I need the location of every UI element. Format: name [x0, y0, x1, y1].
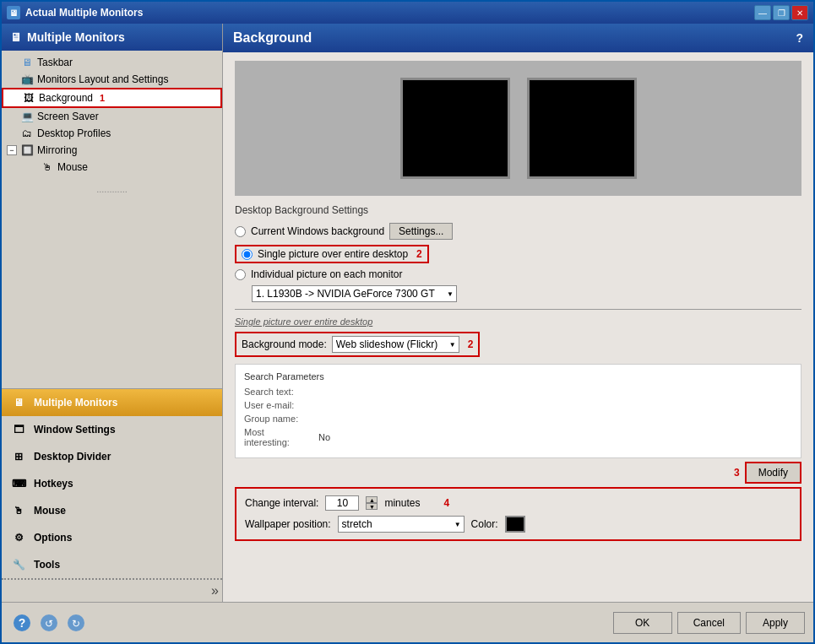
tools-nav-icon: 🔧 — [10, 556, 27, 573]
sidebar: 🖥 Multiple Monitors 🖥 Taskbar 📺 Monitors… — [2, 24, 223, 602]
screen-saver-label: Screen Saver — [37, 111, 99, 122]
search-email-label: User e-mail: — [244, 400, 312, 410]
expand-arrow-icon[interactable]: » — [211, 583, 219, 598]
nav-tab-multiple-monitors[interactable]: 🖥 Multiple Monitors — [2, 389, 222, 416]
sidebar-item-desktop-profiles[interactable]: 🗂 Desktop Profiles — [2, 125, 222, 142]
apply-button[interactable]: Apply — [746, 612, 805, 634]
background-label: Background — [39, 92, 93, 104]
change-interval-label: Change interval: — [245, 497, 318, 509]
monitor-dropdown-row: 1. L1930B -> NVIDIA GeForce 7300 GT ▼ — [252, 285, 801, 302]
desktop-divider-nav-icon: ⊞ — [10, 448, 27, 465]
window-settings-nav-icon: 🗔 — [10, 421, 27, 438]
panel-help-icon[interactable]: ? — [796, 31, 803, 45]
title-bar-buttons: — ❐ ✕ — [754, 5, 808, 20]
sidebar-item-mirroring[interactable]: − 🔲 Mirroring — [2, 142, 222, 159]
monitors-layout-label: Monitors Layout and Settings — [37, 73, 168, 85]
radio-current-windows-label: Current Windows background — [251, 225, 384, 237]
radio-single-picture[interactable] — [242, 249, 253, 260]
interval-spin-up[interactable]: ▲ — [366, 496, 378, 503]
monitor-screen-1 — [400, 78, 510, 179]
window-settings-nav-label: Window Settings — [34, 424, 116, 436]
monitor-screen-2 — [527, 78, 637, 179]
screen-saver-icon: 💻 — [20, 110, 34, 123]
search-row-group: Group name: — [244, 414, 792, 424]
undo-icon-btn[interactable]: ↺ — [37, 611, 61, 635]
modify-row: 3 Modify — [235, 462, 801, 484]
bottom-icons: ? ↺ ↻ — [10, 611, 88, 635]
mode-wrapper: Background mode: Web slideshow (Flickr) … — [235, 332, 801, 357]
radio-individual-picture[interactable] — [235, 269, 246, 280]
settings-button[interactable]: Settings... — [389, 223, 453, 240]
options-nav-label: Options — [34, 532, 72, 544]
panel-title: Background — [233, 30, 312, 46]
sidebar-item-screen-saver[interactable]: 💻 Screen Saver — [2, 108, 222, 125]
desktop-divider-nav-label: Desktop Divider — [34, 451, 111, 463]
mouse-label: Mouse — [57, 161, 88, 173]
interval-spinner: ▲ ▼ — [366, 496, 378, 510]
nav-bottom-bar: » — [2, 578, 222, 602]
modify-badge: 3 — [734, 467, 740, 479]
restore-button[interactable]: ❐ — [773, 5, 790, 20]
interval-spin-down[interactable]: ▼ — [366, 503, 378, 510]
sidebar-item-background[interactable]: 🖼 Background 1 — [2, 88, 222, 108]
background-icon: 🖼 — [22, 91, 35, 105]
main-window: 🖥 Actual Multiple Monitors — ❐ ✕ 🖥 Multi… — [0, 0, 815, 644]
interval-input[interactable] — [325, 495, 359, 511]
mode-badge: 2 — [468, 338, 474, 350]
divider-1 — [235, 309, 801, 310]
radio-current-windows[interactable] — [235, 226, 246, 237]
wallpaper-position-select[interactable]: stretch tile center fit fill — [338, 516, 465, 533]
tree-container: 🖥 Taskbar 📺 Monitors Layout and Settings… — [2, 51, 222, 388]
interval-row: Change interval: ▲ ▼ minutes 4 — [245, 495, 791, 511]
nav-tab-desktop-divider[interactable]: ⊞ Desktop Divider — [2, 443, 222, 470]
mirroring-expand-icon[interactable]: − — [7, 145, 17, 155]
search-params-outer: Search Parameters Search text: User e-ma… — [235, 364, 801, 484]
taskbar-label: Taskbar — [37, 57, 73, 68]
wallpaper-row: Wallpaper position: stretch tile center … — [245, 516, 791, 533]
monitor-select-wrapper: 1. L1930B -> NVIDIA GeForce 7300 GT ▼ — [252, 285, 457, 302]
panel-content: Desktop Background Settings Current Wind… — [223, 52, 813, 602]
close-button[interactable]: ✕ — [791, 5, 808, 20]
nav-tab-tools[interactable]: 🔧 Tools — [2, 551, 222, 578]
ok-button[interactable]: OK — [613, 612, 672, 634]
cancel-button[interactable]: Cancel — [677, 612, 741, 634]
radio-individual-picture-row: Individual picture on each monitor — [235, 268, 801, 280]
mirroring-label: Mirroring — [37, 144, 77, 156]
search-group-label: Group name: — [244, 414, 312, 424]
sidebar-item-taskbar[interactable]: 🖥 Taskbar — [2, 54, 222, 71]
section-title: Desktop Background Settings — [235, 204, 801, 216]
sidebar-item-monitors-layout[interactable]: 📺 Monitors Layout and Settings — [2, 71, 222, 88]
nav-tab-mouse[interactable]: 🖱 Mouse — [2, 497, 222, 524]
nav-tabs: 🖥 Multiple Monitors 🗔 Window Settings ⊞ … — [2, 388, 222, 578]
nav-tab-options[interactable]: ⚙ Options — [2, 524, 222, 551]
redo-icon-btn[interactable]: ↻ — [64, 611, 88, 635]
right-panel: Background ? Desktop Background Settings… — [223, 24, 813, 602]
mode-select-wrapper: Web slideshow (Flickr) Single picture Sl… — [332, 336, 459, 353]
mode-border-box: Background mode: Web slideshow (Flickr) … — [235, 332, 480, 357]
mouse-nav-label: Mouse — [34, 505, 66, 517]
options-nav-icon: ⚙ — [10, 529, 27, 546]
interval-box: Change interval: ▲ ▼ minutes 4 Wallpaper… — [235, 487, 801, 541]
background-badge: 1 — [100, 93, 105, 103]
nav-tab-hotkeys[interactable]: ⌨ Hotkeys — [2, 470, 222, 497]
sidebar-icon: 🖥 — [10, 30, 22, 44]
monitor-dropdown[interactable]: 1. L1930B -> NVIDIA GeForce 7300 GT — [252, 285, 457, 302]
mode-select[interactable]: Web slideshow (Flickr) Single picture Sl… — [332, 336, 459, 353]
radio-individual-picture-label: Individual picture on each monitor — [251, 268, 402, 280]
main-content: 🖥 Multiple Monitors 🖥 Taskbar 📺 Monitors… — [2, 24, 813, 602]
search-row-interesting: Most interesting: No — [244, 427, 792, 447]
bottom-bar: ? ↺ ↻ OK Cancel Apply — [2, 602, 813, 642]
app-icon: 🖥 — [7, 6, 20, 19]
redo-icon: ↻ — [66, 613, 86, 633]
search-text-label: Search text: — [244, 387, 312, 397]
sidebar-item-mouse[interactable]: 🖱 Mouse — [2, 159, 222, 176]
modify-button[interactable]: Modify — [745, 462, 801, 484]
color-picker-box[interactable] — [505, 516, 525, 533]
help-icon-btn[interactable]: ? — [10, 611, 34, 635]
title-bar: 🖥 Actual Multiple Monitors — ❐ ✕ — [2, 2, 813, 24]
tools-nav-label: Tools — [34, 559, 60, 571]
minimize-button[interactable]: — — [754, 5, 771, 20]
sidebar-header: 🖥 Multiple Monitors — [2, 24, 222, 51]
nav-tab-window-settings[interactable]: 🗔 Window Settings — [2, 416, 222, 443]
color-label: Color: — [471, 518, 498, 530]
